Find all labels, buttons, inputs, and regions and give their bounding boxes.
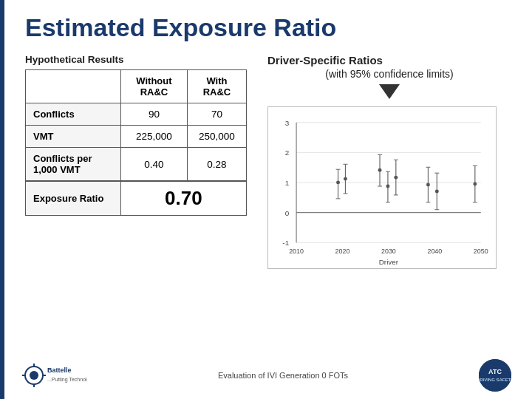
footer-center-text: Evaluation of IVI Generation 0 FOTs: [218, 371, 348, 380]
confidence-label: (with 95% confidence limits): [325, 68, 454, 80]
svg-point-28: [394, 176, 398, 180]
svg-text:1: 1: [285, 179, 290, 187]
cell-vmt-with: 250,000: [187, 126, 246, 148]
svg-text:2: 2: [285, 149, 290, 157]
chart-container: 3 2 1 0 -1 2010 2020 2030 2040 2050 Driv…: [267, 106, 497, 269]
battelle-logo-svg: Battelle ...Putting Technology To Work: [21, 362, 87, 389]
svg-text:-1: -1: [282, 239, 289, 247]
driver-specific-title: Driver-Specific Ratios: [267, 54, 511, 66]
exposure-ratio-value: 0.70: [120, 181, 246, 216]
right-section: Driver-Specific Ratios (with 95% confide…: [267, 54, 511, 269]
cell-vmt-without: 225,000: [120, 126, 187, 148]
driver-chart: 3 2 1 0 -1 2010 2020 2030 2040 2050 Driv…: [268, 107, 496, 268]
down-arrow-icon: [379, 84, 400, 99]
svg-text:3: 3: [285, 119, 290, 127]
slide: Estimated Exposure Ratio Hypothetical Re…: [0, 0, 532, 399]
svg-point-52: [30, 371, 38, 380]
battelle-logo: Battelle ...Putting Technology To Work: [21, 362, 87, 389]
row-label-vmt: VMT: [26, 126, 121, 148]
col-header-empty: [26, 70, 121, 103]
svg-point-26: [386, 185, 389, 188]
table-row: Conflicts per 1,000 VMT 0.40 0.28: [26, 148, 247, 182]
svg-text:0: 0: [285, 209, 290, 217]
footer: Battelle ...Putting Technology To Work E…: [21, 359, 511, 392]
hypo-label: Hypothetical Results: [25, 54, 247, 65]
svg-point-59: [479, 359, 511, 392]
svg-point-30: [426, 183, 430, 187]
svg-rect-0: [268, 107, 495, 268]
col-header-without: Without RA&C: [120, 70, 187, 103]
svg-point-32: [435, 189, 439, 193]
svg-text:ATC: ATC: [488, 368, 502, 375]
svg-text:2050: 2050: [474, 248, 488, 255]
svg-text:2020: 2020: [335, 248, 350, 255]
svg-text:Driver: Driver: [379, 258, 399, 266]
svg-point-20: [336, 181, 340, 185]
svg-text:...Putting Technology To Work: ...Putting Technology To Work: [47, 377, 87, 383]
atc-logo-svg: ATC DRIVING SAFETY: [479, 359, 511, 392]
content-area: Hypothetical Results Without RA&C With R…: [25, 54, 511, 269]
row-label-conflicts: Conflicts: [26, 103, 121, 126]
cell-cpv-with: 0.28: [187, 148, 246, 182]
left-section: Hypothetical Results Without RA&C With R…: [25, 54, 247, 269]
arrow-container: (with 95% confidence limits): [267, 68, 511, 102]
svg-text:2030: 2030: [381, 248, 396, 255]
exposure-row: Exposure Ratio 0.70: [26, 181, 247, 216]
svg-point-24: [378, 168, 382, 172]
cell-conflicts-without: 90: [120, 103, 187, 126]
col-header-with: With RA&C: [187, 70, 246, 103]
svg-point-34: [473, 183, 477, 186]
svg-text:2040: 2040: [427, 248, 442, 255]
atc-logo: ATC DRIVING SAFETY: [479, 359, 511, 392]
table-row: VMT 225,000 250,000: [26, 126, 247, 148]
row-label-conflicts-per-vmt: Conflicts per 1,000 VMT: [26, 148, 121, 182]
page-title: Estimated Exposure Ratio: [25, 13, 511, 42]
svg-point-22: [344, 177, 347, 181]
data-table: Without RA&C With RA&C Conflicts 90 70 V…: [25, 69, 247, 216]
svg-text:2010: 2010: [289, 248, 304, 255]
svg-text:Battelle: Battelle: [47, 366, 72, 374]
table-row: Conflicts 90 70: [26, 103, 247, 126]
cell-conflicts-with: 70: [187, 103, 246, 126]
cell-cpv-without: 0.40: [120, 148, 187, 182]
svg-text:DRIVING SAFETY: DRIVING SAFETY: [479, 378, 511, 382]
row-label-exposure: Exposure Ratio: [26, 181, 121, 216]
